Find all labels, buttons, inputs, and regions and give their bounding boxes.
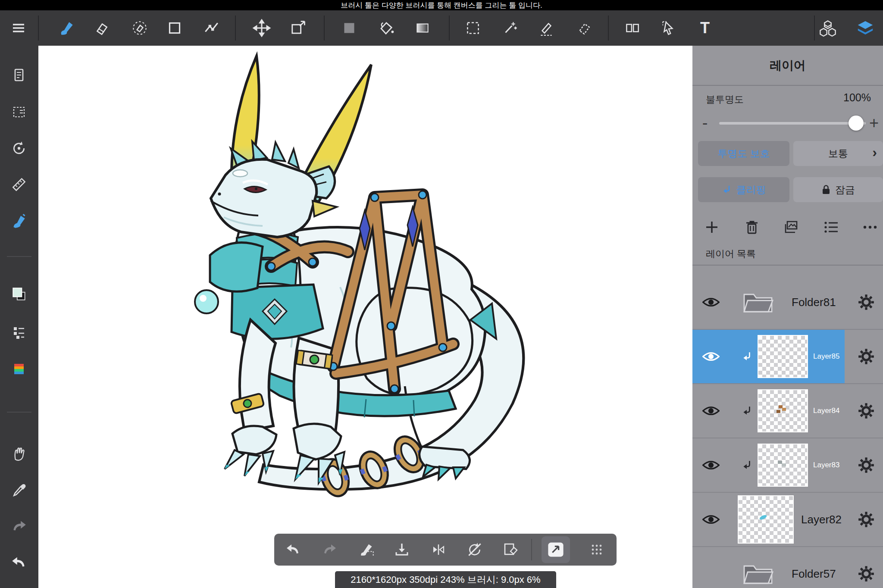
palette-icon[interactable] — [8, 358, 30, 380]
tool-tooltip-bar: 브러시 툴은 다양한 브러시를 통해 캔버스를 그리는 툴 입니다. — [0, 0, 883, 10]
layer-row[interactable]: Folder81 — [692, 275, 883, 330]
fill-swatch-icon[interactable] — [337, 19, 361, 38]
select-eraser-icon[interactable] — [572, 19, 596, 38]
polyline-tool-icon[interactable] — [199, 19, 223, 38]
layer-settings-gear-icon[interactable] — [857, 347, 875, 366]
clipping-arrow-icon — [742, 405, 753, 416]
redo-icon[interactable] — [8, 515, 30, 538]
layer-row[interactable]: Folder57 — [692, 547, 883, 588]
layer-settings-gear-icon[interactable] — [857, 565, 875, 583]
menu-icon[interactable] — [6, 19, 31, 38]
lock-button[interactable]: 잠금 — [793, 177, 883, 202]
layer-list: Folder81 Layer85 Layer84 — [692, 275, 883, 588]
visibility-eye-icon[interactable] — [702, 405, 720, 417]
layer-thumbnail[interactable] — [758, 444, 808, 487]
clear-icon[interactable] — [500, 540, 521, 559]
blend-mode-label: 보통 — [828, 147, 848, 160]
layers-panel-icon[interactable] — [853, 19, 877, 38]
visibility-eye-icon[interactable] — [702, 513, 720, 525]
eyedropper-icon[interactable] — [8, 479, 30, 502]
alpha-lock-button[interactable]: 투명도 보호 — [698, 141, 789, 166]
brush-list-icon[interactable] — [8, 321, 30, 344]
opacity-decrease-button[interactable]: - — [698, 114, 712, 132]
flip-horizontal-icon[interactable] — [428, 540, 449, 559]
material-library-icon[interactable] — [816, 19, 840, 38]
drawing-canvas[interactable] — [38, 46, 692, 588]
text-tool-label: T — [700, 19, 710, 37]
eraser-tool-icon[interactable] — [89, 19, 113, 38]
add-layer-icon[interactable] — [701, 216, 723, 238]
tooltip-text: 브러시 툴은 다양한 브러시를 통해 캔버스를 그리는 툴 입니다. — [341, 0, 542, 10]
layer-settings-gear-icon[interactable] — [857, 456, 875, 474]
marquee-select-icon[interactable] — [461, 19, 485, 38]
clipping-label: 클리핑 — [736, 183, 766, 197]
duplicate-layer-icon[interactable] — [780, 216, 802, 238]
select-cursor-icon[interactable] — [657, 19, 681, 38]
rotation-lock-icon[interactable] — [464, 540, 485, 559]
text-tool-icon[interactable]: T — [693, 19, 717, 38]
delete-layer-icon[interactable] — [741, 216, 763, 238]
brush-tool-icon[interactable] — [54, 19, 78, 38]
layer-thumbnail[interactable] — [738, 495, 794, 544]
opacity-slider-knob[interactable] — [849, 116, 864, 131]
layers-panel-title: 레이어 — [692, 46, 883, 86]
lock-label: 잠금 — [835, 183, 855, 197]
toolbar-divider — [531, 539, 532, 560]
ruler-icon[interactable] — [8, 172, 30, 195]
layer-name: Folder57 — [792, 567, 836, 581]
brush-selection-toggle-icon[interactable] — [357, 540, 377, 559]
layer-row[interactable]: Layer84 — [692, 384, 883, 438]
clipping-arrow-icon — [742, 351, 753, 362]
layer-thumbnail[interactable] — [758, 389, 808, 432]
sidebar-divider — [7, 412, 31, 413]
layer-settings-gear-icon[interactable] — [857, 402, 875, 420]
toolbar-divider — [324, 16, 325, 41]
layer-thumbnail[interactable] — [758, 335, 808, 378]
magic-wand-icon[interactable] — [498, 19, 522, 38]
move-tool-icon[interactable] — [250, 19, 274, 38]
layer-row[interactable]: Layer82 — [692, 493, 883, 547]
visibility-eye-icon[interactable] — [702, 350, 720, 363]
airbrush-icon[interactable] — [8, 210, 30, 232]
undo-icon[interactable] — [283, 540, 304, 559]
selection-menu-icon[interactable] — [8, 101, 30, 123]
bucket-tool-icon[interactable] — [374, 19, 398, 38]
transform-tool-icon[interactable] — [286, 19, 310, 38]
select-pen-icon[interactable] — [534, 19, 558, 38]
toolbar-divider — [814, 16, 815, 41]
color-swatch-icon[interactable] — [8, 283, 30, 305]
layer-settings-gear-icon[interactable] — [857, 293, 875, 311]
main-toolbar: T — [0, 10, 883, 46]
folder-icon — [742, 290, 773, 314]
canvas-pages-icon[interactable] — [8, 64, 30, 86]
toolbar-divider — [38, 16, 39, 41]
split-view-icon[interactable] — [620, 19, 645, 38]
save-icon[interactable] — [391, 540, 412, 559]
layer-row[interactable]: Layer83 — [692, 438, 883, 493]
toolbar-divider — [235, 16, 236, 41]
layer-settings-gear-icon[interactable] — [857, 510, 875, 529]
toolbar-divider — [449, 16, 450, 41]
redo-icon[interactable] — [319, 540, 340, 559]
hand-tool-icon[interactable] — [8, 443, 30, 465]
rotate-view-icon[interactable] — [8, 137, 30, 160]
visibility-eye-icon[interactable] — [702, 459, 720, 471]
folder-icon — [742, 562, 773, 586]
layer-row[interactable]: Layer85 — [692, 330, 883, 384]
undo-icon[interactable] — [8, 551, 30, 574]
layers-panel: 레이어 불투명도 100% - + 투명도 보호 보통 › 클리핑 잠금 레이어… — [692, 46, 883, 588]
opacity-increase-button[interactable]: + — [867, 114, 881, 132]
layer-menu-icon[interactable] — [820, 216, 842, 238]
left-sidebar — [0, 46, 38, 588]
toolbar-divider — [608, 16, 609, 41]
more-options-icon[interactable] — [859, 216, 881, 238]
blend-mode-button[interactable]: 보통 › — [793, 141, 883, 166]
opacity-slider-track[interactable] — [719, 122, 866, 125]
drag-handle-icon[interactable] — [586, 540, 607, 559]
shape-tool-icon[interactable] — [163, 19, 187, 38]
visibility-eye-icon[interactable] — [702, 296, 720, 308]
smudge-tool-icon[interactable] — [128, 19, 152, 38]
clipping-button[interactable]: 클리핑 — [698, 177, 789, 202]
share-button[interactable] — [542, 536, 570, 563]
gradient-tool-icon[interactable] — [410, 19, 435, 38]
